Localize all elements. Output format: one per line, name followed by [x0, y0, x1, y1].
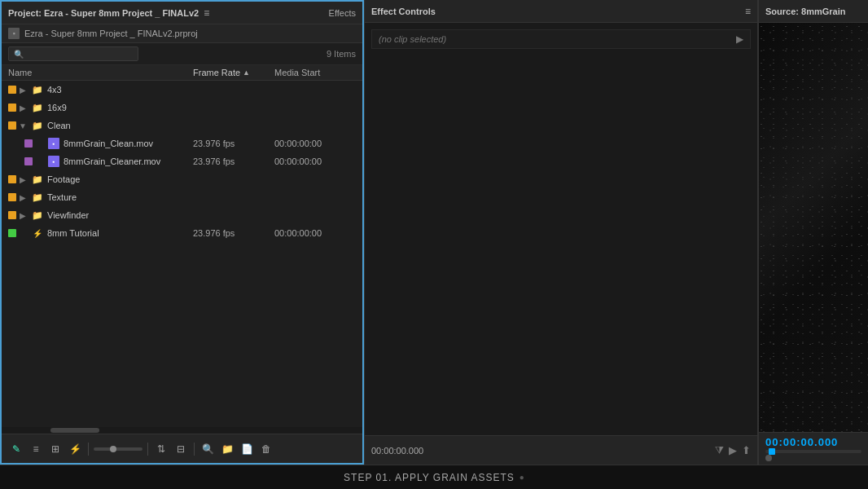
file-list: ▶ 📁 4x3 ▶ 📁 16x9 — [2, 81, 362, 427]
folder-icon: 📁 — [32, 85, 43, 95]
preview-grain — [759, 23, 868, 432]
transport-playhead[interactable] — [769, 448, 775, 455]
effect-toolbar-right: ⧩ ▶ ⬆ — [715, 444, 751, 457]
new-item-button[interactable]: ✎ — [8, 441, 24, 457]
item-name: Clean — [47, 121, 193, 130]
folder-icon: 📁 — [32, 210, 43, 221]
file-icon: ▪ — [48, 138, 59, 149]
color-swatch — [24, 157, 33, 165]
list-item[interactable]: ▶ 📁 Texture — [2, 188, 362, 206]
file-icon: ▪ — [48, 156, 59, 167]
color-swatch — [8, 211, 16, 219]
item-start: 00:00:00:00 — [274, 139, 356, 148]
expand-arrow-icon[interactable]: ▶ — [18, 86, 28, 95]
list-item[interactable]: ▶ 📁 Footage — [2, 170, 362, 188]
list-item[interactable]: ▼ 📁 Clean — [2, 117, 362, 134]
item-name: 4x3 — [47, 85, 193, 95]
list-item[interactable]: ▶ 📁 Viewfinder — [2, 206, 362, 224]
tab-effects[interactable]: Effects — [329, 7, 356, 20]
new-item2-button[interactable]: 📄 — [239, 441, 255, 457]
step-label: STEP 01. APPLY GRAIN ASSETS — [344, 472, 515, 483]
new-bin-button[interactable]: 📁 — [219, 441, 235, 457]
effect-controls-title: Effect Controls — [371, 7, 436, 16]
expand-arrow-icon[interactable]: ▼ — [18, 121, 28, 130]
effect-bottom-bar: 00:00:00.000 ⧩ ▶ ⬆ — [365, 435, 757, 465]
expand-arrow-icon[interactable]: ▶ — [18, 211, 28, 220]
source-preview — [759, 23, 868, 432]
search-input[interactable] — [27, 49, 133, 59]
step-dot: ● — [519, 473, 524, 482]
project-panel-title: Project: Ezra - Super 8mm Project _ FINA… — [8, 8, 199, 18]
item-fps: 23.976 fps — [193, 228, 274, 238]
col-framerate-header[interactable]: Frame Rate ▲ — [193, 68, 274, 77]
bottom-bar: STEP 01. APPLY GRAIN ASSETS ● — [0, 465, 868, 489]
effect-controls-menu-icon[interactable]: ≡ — [745, 6, 751, 17]
list-item[interactable]: ▶ ▪ 8mmGrain_Cleaner.mov 23.976 fps 00:0… — [2, 152, 362, 170]
list-item[interactable]: ▶ ⚡ 8mm Tutorial 23.976 fps 00:00:00:00 — [2, 224, 362, 242]
list-view-button[interactable]: ≡ — [28, 441, 44, 457]
items-count: 9 Items — [327, 49, 356, 59]
effect-controls-content: (no clip selected) ▶ — [365, 23, 757, 435]
filter-button[interactable]: ⊟ — [173, 441, 189, 457]
effect-timecode: 00:00:00.000 — [371, 446, 423, 456]
folder-icon: 📁 — [32, 174, 43, 185]
sort-button[interactable]: ⇅ — [153, 441, 169, 457]
folder-icon: 📁 — [32, 192, 43, 203]
source-title: Source: 8mmGrain — [765, 7, 845, 16]
list-item[interactable]: ▶ ▪ 8mmGrain_Clean.mov 23.976 fps 00:00:… — [2, 134, 362, 152]
project-path-text: Ezra - Super 8mm Project _ FINALv2.prpro… — [24, 29, 198, 38]
item-name: 16x9 — [47, 103, 193, 112]
item-fps: 23.976 fps — [193, 139, 274, 148]
list-item[interactable]: ▶ 📁 4x3 — [2, 81, 362, 99]
play-button[interactable]: ▶ — [729, 444, 737, 456]
scrollbar-thumb[interactable] — [50, 428, 99, 433]
item-fps: 23.976 fps — [193, 156, 274, 166]
delete-button[interactable]: 🗑 — [258, 441, 274, 457]
effect-controls-header: Effect Controls ≡ — [365, 0, 757, 23]
col-name-header: Name — [8, 68, 193, 77]
horizontal-scrollbar[interactable] — [2, 427, 362, 434]
list-item[interactable]: ▶ 📁 16x9 — [2, 99, 362, 117]
item-name: 8mm Tutorial — [47, 228, 193, 238]
search-icon: 🔍 — [14, 50, 24, 59]
project-file-icon: ▪ — [8, 28, 20, 39]
panel-header: Project: Ezra - Super 8mm Project _ FINA… — [2, 2, 362, 24]
find-button[interactable]: 🔍 — [199, 441, 216, 457]
source-header: Source: 8mmGrain — [759, 0, 868, 23]
project-panel: Project: Ezra - Super 8mm Project _ FINA… — [0, 0, 364, 465]
icon-view-button[interactable]: ⊞ — [47, 441, 64, 457]
color-swatch — [8, 86, 16, 94]
color-swatch — [8, 121, 16, 130]
folder-icon: 📁 — [32, 121, 43, 131]
zoom-slider[interactable] — [94, 447, 142, 451]
color-swatch — [8, 175, 16, 183]
toolbar-separator — [147, 443, 148, 456]
project-panel-menu-icon[interactable]: ≡ — [204, 7, 209, 19]
item-name: Texture — [47, 192, 193, 202]
item-name: 8mmGrain_Clean.mov — [64, 139, 193, 148]
expand-arrow-icon[interactable]: ▶ — [18, 193, 28, 202]
source-timecode: 00:00:00.000 — [765, 436, 861, 448]
project-toolbar: ✎ ≡ ⊞ ⚡ ⇅ ⊟ 🔍 📁 📄 🗑 — [2, 434, 362, 463]
item-start: 00:00:00:00 — [274, 228, 356, 238]
item-name: Viewfinder — [47, 210, 193, 220]
no-clip-row: (no clip selected) ▶ — [371, 29, 751, 49]
transport-track[interactable] — [765, 450, 861, 453]
color-swatch — [8, 229, 16, 237]
color-swatch — [8, 193, 16, 201]
export-button[interactable]: ⬆ — [742, 444, 751, 456]
effect-controls-panel: Effect Controls ≡ (no clip selected) ▶ 0… — [364, 0, 758, 465]
toolbar-separator — [88, 443, 89, 456]
zoom-slider-thumb[interactable] — [110, 446, 116, 452]
no-clip-arrow-icon: ▶ — [736, 33, 743, 45]
search-input-wrapper[interactable]: 🔍 — [8, 46, 138, 61]
project-path-row: ▪ Ezra - Super 8mm Project _ FINALv2.prp… — [2, 24, 362, 43]
expand-arrow-icon[interactable]: ▶ — [18, 104, 28, 112]
col-mediastart-header: Media Start — [274, 68, 356, 77]
search-row: 🔍 9 Items — [2, 43, 362, 65]
expand-arrow-icon[interactable]: ▶ — [18, 175, 28, 184]
filter-icon[interactable]: ⧩ — [715, 444, 724, 457]
automate-button[interactable]: ⚡ — [67, 441, 83, 457]
sort-arrow-icon: ▲ — [243, 68, 250, 77]
item-start: 00:00:00:00 — [274, 156, 356, 166]
